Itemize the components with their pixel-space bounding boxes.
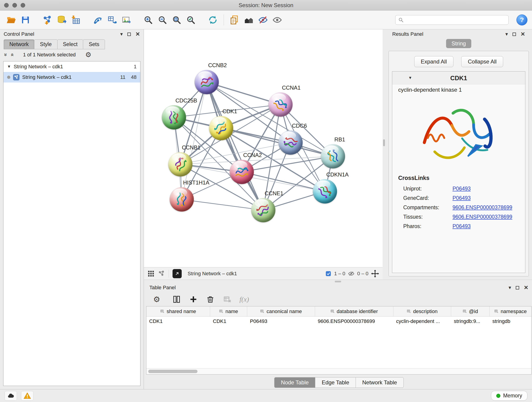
panel-menu-icon[interactable]: ▾ [509, 285, 511, 290]
scrollbar-thumb[interactable] [148, 370, 197, 373]
table-cell[interactable]: CDK1 [146, 317, 210, 326]
panel-close-icon[interactable]: ✕ [135, 32, 140, 37]
network-node[interactable]: CDKN1A [313, 179, 337, 204]
panel-menu-icon[interactable]: ▾ [120, 32, 123, 37]
column-header[interactable]: canonical name [247, 306, 315, 316]
pan-crosshair-icon[interactable] [371, 270, 379, 278]
birds-eye-view-button[interactable] [172, 269, 182, 278]
refresh-button[interactable] [206, 13, 220, 27]
network-overview-icon[interactable] [158, 270, 165, 277]
network-row[interactable]: String Network – cdk1 11 48 [3, 72, 140, 83]
column-header[interactable]: name [210, 306, 247, 316]
vertical-splitter[interactable] [383, 29, 385, 280]
home-view-button[interactable] [242, 13, 255, 27]
network-node[interactable]: CCNA1 [268, 92, 293, 117]
network-node[interactable]: CDK1 [209, 116, 233, 140]
table-cell[interactable]: stringdb:9... [451, 317, 490, 326]
network-canvas[interactable]: CCNB2CCNA1CDC25BCDK1CDC6RB1CCNB1CCNA2CDK… [144, 29, 383, 267]
table-options-gear-icon[interactable]: ⚙ [152, 294, 162, 304]
panel-float-icon[interactable] [127, 32, 131, 36]
zoom-window-button[interactable] [21, 3, 25, 7]
column-header[interactable]: namespace [490, 306, 531, 316]
network-node[interactable]: HIST1H1A [170, 187, 194, 211]
warnings-button[interactable] [21, 391, 33, 401]
add-column-button[interactable] [188, 294, 198, 304]
import-network-button[interactable] [41, 13, 54, 27]
panel-float-icon[interactable] [516, 286, 519, 289]
hidden-eye-icon[interactable] [348, 270, 355, 277]
gene-caret-icon[interactable]: ▼ [408, 76, 412, 80]
crosslink-link[interactable]: 9606.ENSP00000378699 [452, 204, 512, 211]
column-header[interactable]: @id [451, 306, 490, 316]
table-body: CDK1 CDK1 P06493 9606.ENSP00000378699 cy… [146, 317, 531, 368]
expand-all-icon[interactable]: » [9, 53, 15, 56]
tab-node-table[interactable]: Node Table [274, 377, 315, 388]
grid-view-icon[interactable] [147, 270, 154, 277]
network-node[interactable]: CCNB2 [195, 70, 219, 94]
horizontal-splitter[interactable] [144, 280, 532, 283]
minimize-window-button[interactable] [12, 3, 17, 7]
panel-close-icon[interactable]: ✕ [524, 285, 528, 290]
export-image-button[interactable] [120, 13, 133, 27]
import-table-button[interactable] [69, 13, 82, 27]
import-database-button[interactable] [55, 13, 68, 27]
collapse-all-icon[interactable]: » [3, 53, 8, 56]
tab-network[interactable]: Network [4, 39, 34, 49]
network-node[interactable]: CDC6 [278, 130, 303, 155]
cloud-status-button[interactable] [5, 391, 17, 401]
table-cell[interactable]: cyclin-dependent ... [393, 317, 451, 326]
crosslink-link[interactable]: P06493 [452, 195, 471, 201]
zoom-in-button[interactable] [142, 13, 155, 27]
network-node[interactable]: CCNE1 [251, 198, 275, 222]
table-row[interactable]: CDK1 CDK1 P06493 9606.ENSP00000378699 cy… [146, 317, 531, 326]
string-tab-badge[interactable]: String [446, 39, 472, 48]
save-session-button[interactable] [19, 13, 32, 27]
horizontal-scrollbar[interactable] [146, 368, 531, 374]
tab-network-table[interactable]: Network Table [355, 377, 404, 388]
table-cell[interactable]: P06493 [247, 317, 315, 326]
show-columns-button[interactable] [171, 294, 181, 304]
zoom-selected-button[interactable] [184, 13, 197, 27]
network-node[interactable]: RB1 [321, 144, 345, 168]
clone-network-button[interactable] [228, 13, 241, 27]
tab-sets[interactable]: Sets [83, 39, 105, 49]
network-options-gear-icon[interactable]: ⚙ [85, 51, 91, 58]
tab-style[interactable]: Style [34, 39, 57, 49]
column-header[interactable]: shared name [146, 306, 210, 316]
panel-float-icon[interactable] [513, 32, 516, 36]
panel-menu-icon[interactable]: ▾ [505, 32, 508, 37]
gene-header[interactable]: ▼ CDK1 [392, 71, 525, 84]
network-node[interactable]: CCNB1 [168, 152, 192, 177]
expand-all-button[interactable]: Expand All [414, 56, 453, 67]
collapse-all-button[interactable]: Collapse All [461, 56, 503, 67]
search-input[interactable] [406, 17, 506, 23]
hide-details-button[interactable] [256, 13, 270, 27]
show-details-button[interactable] [271, 13, 284, 27]
crosslink-link[interactable]: 9606.ENSP00000378699 [452, 214, 512, 220]
help-button[interactable]: ? [516, 14, 527, 26]
warning-icon [24, 392, 31, 400]
panel-close-icon[interactable]: ✕ [520, 32, 525, 37]
tab-edge-table[interactable]: Edge Table [315, 377, 356, 388]
memory-button[interactable]: Memory [491, 391, 527, 401]
zoom-out-button[interactable] [156, 13, 169, 27]
collection-caret-icon[interactable]: ▼ [7, 64, 11, 69]
crosslink-link[interactable]: P06493 [452, 186, 471, 192]
column-header[interactable]: description [393, 306, 451, 316]
network-collection-row[interactable]: ▼ String Network – cdk1 1 [3, 61, 140, 72]
open-session-button[interactable] [5, 13, 18, 27]
selected-checkbox-icon[interactable] [325, 271, 331, 277]
network-from-table-button[interactable] [105, 13, 119, 27]
table-cell[interactable]: CDK1 [210, 317, 247, 326]
crosslink-link[interactable]: P06493 [452, 223, 471, 230]
new-network-button[interactable] [91, 13, 104, 27]
table-cell[interactable]: 9606.ENSP00000378699 [315, 317, 393, 326]
column-header[interactable]: database identifier [315, 306, 393, 316]
close-window-button[interactable] [4, 3, 9, 7]
tab-select[interactable]: Select [57, 39, 83, 49]
network-node[interactable]: CCNA2 [230, 160, 254, 184]
network-node[interactable]: CDC25B [162, 105, 186, 129]
delete-column-button[interactable] [205, 294, 215, 304]
table-cell[interactable]: stringdb [490, 317, 531, 326]
zoom-fit-button[interactable] [170, 13, 183, 27]
